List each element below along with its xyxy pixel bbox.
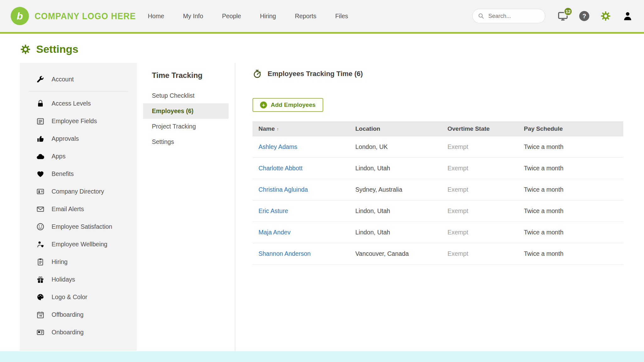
subnav-item-settings[interactable]: Settings [143,134,229,150]
cell-overtime-state: Exempt [441,136,518,158]
lock-icon [36,99,45,108]
sidebar-item-benefits[interactable]: Benefits [20,165,137,183]
sidebar-item-holidays[interactable]: Holidays [20,271,137,288]
sidebar-item-hiring[interactable]: Hiring [20,253,137,271]
cell-location: Lindon, Utah [349,200,441,222]
cell-pay-schedule: Twice a month [518,158,623,179]
topbar: b COMPANY LOGO HERE HomeMy InfoPeopleHir… [0,0,644,34]
cell-pay-schedule: Twice a month [518,243,623,265]
subnav-title: Time Tracking [152,71,235,80]
employee-link[interactable]: Christina Agluinda [258,186,308,193]
cell-pay-schedule: Twice a month [518,136,623,158]
sidebar-item-label: Benefits [52,170,74,178]
employee-link[interactable]: Shannon Anderson [258,250,311,257]
cell-location: Sydney, Australia [349,179,441,200]
main-heading-row: Employees Tracking Time (6) [253,69,644,79]
employees-table: Name↑LocationOvertime StatePay Schedule … [253,121,623,265]
cell-overtime-state: Exempt [441,200,518,222]
sidebar-item-employee-fields[interactable]: Employee Fields [20,112,137,130]
cell-name: Ashley Adams [253,136,349,158]
gear-icon [600,10,611,22]
sidebar-item-label: Approvals [52,135,79,142]
help-icon[interactable]: ? [579,11,589,21]
settings-gear-icon[interactable] [600,10,611,22]
employee-link[interactable]: Maja Andev [258,229,291,236]
column-header-location[interactable]: Location [349,121,441,136]
column-header-name[interactable]: Name↑ [253,121,349,136]
subnav-item-employees-6[interactable]: Employees (6) [143,103,229,119]
settings-page-gear-icon [20,44,31,55]
subnav-item-setup-checklist[interactable]: Setup Checklist [143,88,229,103]
nav-reports[interactable]: Reports [295,13,316,20]
nav-my-info[interactable]: My Info [183,13,203,20]
cell-name: Shannon Anderson [253,243,349,265]
time-tracking-subnav: Time Tracking Setup ChecklistEmployees (… [137,63,235,351]
cell-name: Maja Andev [253,222,349,243]
page-header: Settings [0,34,644,55]
heart-icon [36,170,45,178]
subnav-item-project-tracking[interactable]: Project Tracking [143,119,229,134]
cell-overtime-state: Exempt [441,179,518,200]
column-header-pay-schedule[interactable]: Pay Schedule [518,121,623,136]
nav-files[interactable]: Files [335,13,348,20]
nav-people[interactable]: People [222,13,241,20]
page-title: Settings [36,43,78,55]
calendar-out-icon [36,310,45,319]
nav-home[interactable]: Home [148,13,164,20]
cell-overtime-state: Exempt [441,243,518,265]
sidebar-item-approvals[interactable]: Approvals [20,130,137,147]
sidebar-item-label: Employee Wellbeing [52,241,107,248]
sidebar-item-logo-color[interactable]: Logo & Color [20,288,137,306]
cell-name: Charlotte Abbott [253,158,349,179]
idcard-icon [36,187,45,196]
sidebar-item-employee-satisfaction[interactable]: Employee Satisfaction [20,218,137,235]
person-icon [622,10,633,22]
employee-link[interactable]: Ashley Adams [258,143,297,150]
sidebar-item-label: Employee Fields [52,118,97,125]
sidebar-item-employee-wellbeing[interactable]: Employee Wellbeing [20,235,137,253]
add-employees-button[interactable]: + Add Employees [253,98,323,112]
table-row: Eric AstureLindon, UtahExemptTwice a mon… [253,200,623,222]
sidebar-item-access-levels[interactable]: Access Levels [20,95,137,112]
inbox-icon[interactable]: 12 [557,10,569,22]
user-avatar[interactable] [622,10,633,22]
add-employees-label: Add Employees [271,101,316,108]
sidebar-item-onboarding[interactable]: Onboarding [20,323,137,341]
cell-pay-schedule: Twice a month [518,200,623,222]
sidebar-item-label: Onboarding [52,329,84,336]
cell-name: Christina Agluinda [253,179,349,200]
sidebar-item-apps[interactable]: Apps [20,147,137,165]
sidebar-item-label: Access Levels [52,100,91,107]
sort-arrow-icon: ↑ [277,127,279,132]
employee-link[interactable]: Charlotte Abbott [258,165,303,172]
sidebar-item-offboarding[interactable]: Offboarding [20,306,137,323]
sidebar-item-label: Account [52,76,74,83]
plus-icon: + [260,101,267,108]
subnav-list: Setup ChecklistEmployees (6)Project Trac… [143,88,235,150]
cell-location: London, UK [349,136,441,158]
inbox-badge: 12 [564,7,572,16]
content-area: AccountAccess LevelsEmployee FieldsAppro… [20,63,644,351]
search-box[interactable] [472,9,545,23]
search-input[interactable] [488,13,540,20]
sidebar-item-email-alerts[interactable]: Email Alerts [20,200,137,218]
cell-pay-schedule: Twice a month [518,179,623,200]
search-icon [478,13,485,19]
main-nav: HomeMy InfoPeopleHiringReportsFiles [148,13,348,20]
cell-overtime-state: Exempt [441,158,518,179]
sidebar-item-company-directory[interactable]: Company Directory [20,183,137,200]
table-row: Maja AndevLindon, UtahExemptTwice a mont… [253,222,623,243]
column-header-overtime-state[interactable]: Overtime State [441,121,518,136]
employee-link[interactable]: Eric Asture [258,207,288,214]
company-logo[interactable]: b COMPANY LOGO HERE [11,7,136,25]
footer-strip [0,351,644,362]
gift-icon [36,275,45,284]
idbadge-icon [36,328,45,337]
cell-location: Vancouver, Canada [349,243,441,265]
sidebar-item-account[interactable]: Account [20,70,137,88]
sidebar-item-label: Holidays [52,276,75,283]
cell-name: Eric Asture [253,200,349,222]
sidebar-item-label: Company Directory [52,188,104,195]
nav-hiring[interactable]: Hiring [260,13,276,20]
table-row: Charlotte AbbottLindon, UtahExemptTwice … [253,158,623,179]
